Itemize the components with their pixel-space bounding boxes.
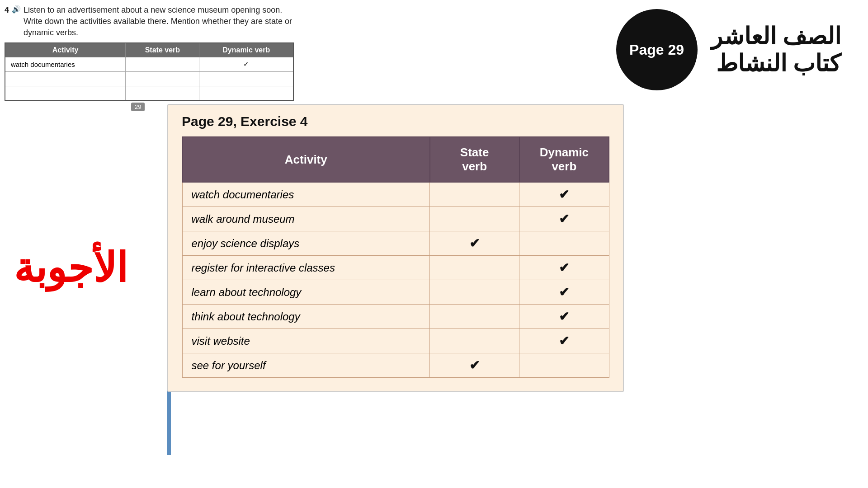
dynamic-7: ✔ (519, 329, 609, 353)
small-table-state-1 (126, 57, 199, 71)
small-table-header-dynamic: Dynamic verb (199, 43, 293, 57)
dynamic-2: ✔ (519, 207, 609, 231)
dynamic-1: ✔ (519, 182, 609, 207)
arabic-title: الصف العاشر كتاب النشاط (711, 23, 841, 77)
activity-7: visit website (182, 329, 430, 353)
dynamic-6: ✔ (519, 305, 609, 329)
activity-4: register for interactive classes (182, 256, 430, 280)
dynamic-3 (519, 231, 609, 256)
activity-6: think about technology (182, 305, 430, 329)
table-row: watch documentaries ✔ (182, 182, 609, 207)
dynamic-4: ✔ (519, 256, 609, 280)
activity-5: learn about technology (182, 280, 430, 305)
activity-1: watch documentaries (182, 182, 430, 207)
small-table-dynamic-3 (199, 86, 293, 100)
table-row: watch documentaries ✓ (5, 57, 293, 71)
main-header-state: Stateverb (430, 137, 519, 182)
dynamic-5: ✔ (519, 280, 609, 305)
table-row: visit website ✔ (182, 329, 609, 353)
activity-3: enjoy science displays (182, 231, 430, 256)
table-row: learn about technology ✔ (182, 280, 609, 305)
small-table-activity-3 (5, 86, 126, 100)
dynamic-8 (519, 353, 609, 378)
instruction-container: 4 🔊 Listen to an advertisement about a n… (5, 5, 303, 39)
main-header-activity: Activity (182, 137, 430, 182)
small-table-state-2 (126, 71, 199, 86)
instruction-number: 4 (5, 5, 9, 16)
activity-8: see for yourself (182, 353, 430, 378)
table-row (5, 86, 293, 100)
arabic-line1: الصف العاشر (711, 23, 841, 50)
main-table: Activity Stateverb Dynamicverb watch doc… (182, 136, 609, 378)
top-left-section: 4 🔊 Listen to an advertisement about a n… (5, 5, 303, 111)
state-2 (430, 207, 519, 231)
answers-section: Page 29, Exercise 4 Activity Stateverb D… (167, 104, 624, 392)
table-row: think about technology ✔ (182, 305, 609, 329)
state-7 (430, 329, 519, 353)
small-table-dynamic-1: ✓ (199, 57, 293, 71)
small-table-header-activity: Activity (5, 43, 126, 57)
exercise-title: Page 29, Exercise 4 (182, 114, 609, 129)
instruction-text: Listen to an advertisement about a new s… (24, 5, 303, 39)
table-row (5, 71, 293, 86)
arabic-line2: كتاب النشاط (711, 50, 841, 77)
state-5 (430, 280, 519, 305)
page-circle: Page 29 (616, 9, 698, 90)
state-8: ✔ (430, 353, 519, 378)
answers-label: الأجوبة (14, 244, 127, 291)
top-right-section: Page 29 الصف العاشر كتاب النشاط (616, 9, 841, 90)
small-table-activity-1: watch documentaries (5, 57, 126, 71)
state-3: ✔ (430, 231, 519, 256)
small-table: Activity State verb Dynamic verb watch d… (5, 42, 294, 101)
small-table-activity-2 (5, 71, 126, 86)
state-1 (430, 182, 519, 207)
small-page-number: 29 (131, 103, 145, 111)
table-row: register for interactive classes ✔ (182, 256, 609, 280)
activity-2: walk around museum (182, 207, 430, 231)
state-4 (430, 256, 519, 280)
main-header-dynamic: Dynamicverb (519, 137, 609, 182)
small-table-state-3 (126, 86, 199, 100)
state-6 (430, 305, 519, 329)
table-row: see for yourself ✔ (182, 353, 609, 378)
speaker-icon: 🔊 (12, 5, 21, 14)
table-row: walk around museum ✔ (182, 207, 609, 231)
small-table-header-state: State verb (126, 43, 199, 57)
table-row: enjoy science displays ✔ (182, 231, 609, 256)
small-table-dynamic-2 (199, 71, 293, 86)
